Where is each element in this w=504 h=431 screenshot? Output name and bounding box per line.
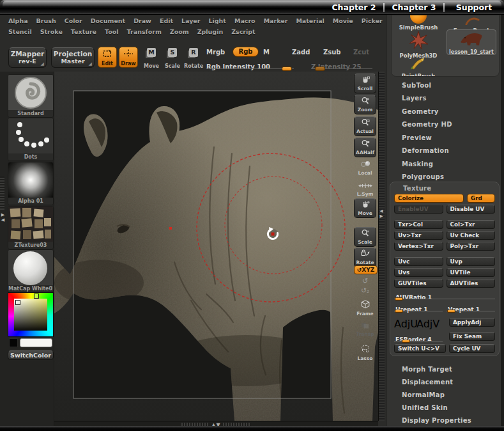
lasso-button[interactable]: Lasso <box>354 344 376 361</box>
fsborder-thumb[interactable] <box>402 340 410 343</box>
uvc-button[interactable]: Uvc <box>394 257 443 266</box>
uvtile-button[interactable]: UVTile <box>447 268 496 277</box>
auvtiles-button[interactable]: AUVTiles <box>447 279 496 288</box>
colorize-button[interactable]: Colorize <box>394 194 464 203</box>
draw-mode-button[interactable]: Draw <box>119 47 138 68</box>
menu-transform[interactable]: Transform <box>127 28 162 35</box>
uvs-button[interactable]: Uvs <box>394 268 443 277</box>
menu-alpha[interactable]: Alpha <box>8 17 28 24</box>
section-displacement[interactable]: Displacement <box>386 376 500 389</box>
menu-texture[interactable]: Texture <box>71 28 96 35</box>
tool-polymesh3d[interactable]: PolyMesh3D <box>393 31 444 59</box>
tab-support[interactable]: Support <box>446 3 502 12</box>
move-mode-button[interactable]: M Move <box>142 47 161 68</box>
adju-slider[interactable]: AdjU <box>394 318 414 328</box>
viewport-canvas[interactable] <box>54 72 378 421</box>
vertex-to-txr-button[interactable]: Vertex>Txr <box>394 242 443 251</box>
z-intensity-slider[interactable]: Z Intensity 25 <box>311 59 372 70</box>
enable-uv-button[interactable]: EnableUV <box>394 205 443 214</box>
tab-chapter-3[interactable]: Chapter 3 <box>386 3 442 12</box>
uv-check-button[interactable]: Uv Check <box>447 231 496 240</box>
auvratio-thumb[interactable] <box>395 297 403 301</box>
lsym-button[interactable]: L.Sym <box>354 180 376 197</box>
sv-marker[interactable] <box>15 300 20 305</box>
xyz-rotate-button[interactable]: ↺XYZ <box>354 265 378 274</box>
rotate-mode-button[interactable]: R Rotate <box>184 47 203 68</box>
aahalf-button[interactable]: AAHalf <box>354 137 376 157</box>
left-edge-scrollbar[interactable] <box>0 176 4 210</box>
left-edge-arrows[interactable]: ▶ ◀ <box>0 212 6 223</box>
menu-document[interactable]: Document <box>91 17 125 24</box>
menu-draw[interactable]: Draw <box>134 17 151 24</box>
material-selector[interactable]: MatCap White01 <box>8 249 54 293</box>
z-intensity-thumb[interactable] <box>315 67 325 71</box>
menu-material[interactable]: Material <box>296 17 324 24</box>
poly-to-txr-button[interactable]: Poly>Txr <box>447 242 496 251</box>
menu-picker[interactable]: Picker <box>362 17 383 24</box>
rotate-y-button[interactable]: ↺ <box>354 278 376 285</box>
actual-button[interactable]: Actual <box>354 116 376 136</box>
section-geometry[interactable]: Geometry <box>386 106 500 118</box>
menu-light[interactable]: Light <box>209 17 226 24</box>
fsborder-slider[interactable]: FSBorder 4 <box>394 332 443 342</box>
menu-marker[interactable]: Marker <box>264 17 288 24</box>
menu-macro[interactable]: Macro <box>234 17 256 24</box>
tool-paintbrush[interactable]: PaintBrush <box>393 58 444 77</box>
section-unified-skin[interactable]: Unified Skin <box>386 402 500 414</box>
menu-brush[interactable]: Brush <box>36 17 56 24</box>
hue-marker[interactable] <box>34 294 39 299</box>
mrgb-button[interactable]: Mrgb <box>206 49 225 56</box>
current-color-swatch[interactable] <box>20 338 52 347</box>
transp-button[interactable]: Transp <box>354 320 376 337</box>
secondary-color-swatch[interactable] <box>9 338 18 347</box>
rotate-z-button[interactable]: ↺z <box>354 287 376 295</box>
menu-color[interactable]: Color <box>65 17 82 24</box>
section-morph-target[interactable]: Morph Target <box>386 363 500 376</box>
section-layers[interactable]: Layers <box>386 92 500 105</box>
scroll-button[interactable]: Scroll <box>354 74 376 93</box>
scale-mode-button[interactable]: S Scale <box>163 47 182 68</box>
hrepeat-thumb[interactable] <box>395 310 403 313</box>
color-picker[interactable] <box>8 292 54 337</box>
menu-movie[interactable]: Movie <box>333 17 353 24</box>
brush-selector-standard[interactable]: Standard <box>8 74 54 118</box>
fix-seam-button[interactable]: Fix Seam <box>449 332 495 341</box>
menu-edit[interactable]: Edit <box>160 17 173 24</box>
texture-selector[interactable]: ZTexture03 <box>8 206 54 249</box>
frame-button[interactable]: Frame <box>354 299 376 317</box>
divider-right-icon[interactable]: ▶ <box>378 214 385 219</box>
collapse-left-icon[interactable]: ◀ <box>0 217 6 223</box>
divider-left-icon[interactable]: ◀ <box>378 208 385 214</box>
menu-zplugin[interactable]: Zplugin <box>197 28 224 35</box>
menu-stencil[interactable]: Stencil <box>8 28 32 35</box>
zmapper-button[interactable]: ZMapper rev-E ◢ <box>8 47 47 68</box>
strip-scale-button[interactable]: Scale <box>354 227 376 247</box>
rgb-intensity-thumb[interactable] <box>282 67 292 71</box>
col-to-txr-button[interactable]: Col>Txr <box>447 220 496 229</box>
uv-to-txr-button[interactable]: Uv>Txr <box>394 231 443 240</box>
section-subtool[interactable]: SubTool <box>386 79 500 92</box>
adjv-slider[interactable]: AdjV <box>416 318 436 328</box>
section-normalmap[interactable]: NormalMap <box>386 389 500 402</box>
zcut-button[interactable]: Zcut <box>353 49 369 56</box>
rgb-intensity-slider[interactable]: Rgb Intensity 100 <box>206 59 294 70</box>
tool-simplebrush[interactable]: SimpleBrush <box>393 15 444 31</box>
zadd-button[interactable]: Zadd <box>292 49 310 56</box>
projection-master-button[interactable]: Projection Master ◢ <box>51 47 95 68</box>
section-geometry-hd[interactable]: Geometry HD <box>386 118 500 131</box>
expand-right-icon[interactable]: ▶ <box>0 212 6 217</box>
m-button[interactable]: M <box>263 49 270 56</box>
local-button[interactable]: Local <box>354 159 376 176</box>
section-preview[interactable]: Preview <box>386 132 500 145</box>
vrepeat-thumb[interactable] <box>447 310 455 313</box>
panel-divider-arrows[interactable]: ◀ ▶ <box>378 208 385 219</box>
zsub-button[interactable]: Zsub <box>323 49 340 56</box>
vrepeat-slider[interactable]: Vrepeat 1 <box>447 302 495 312</box>
switch-color-button[interactable]: SwitchColor <box>8 350 54 360</box>
applyadj-button[interactable]: ApplyAdj <box>449 318 495 327</box>
alpha-selector[interactable]: Alpha 01 <box>8 162 54 205</box>
section-deformation[interactable]: Deformation <box>386 145 500 157</box>
strip-move-button[interactable]: Move <box>354 198 376 218</box>
rgb-button[interactable]: Rgb <box>233 47 259 57</box>
menu-stroke[interactable]: Stroke <box>40 28 63 35</box>
